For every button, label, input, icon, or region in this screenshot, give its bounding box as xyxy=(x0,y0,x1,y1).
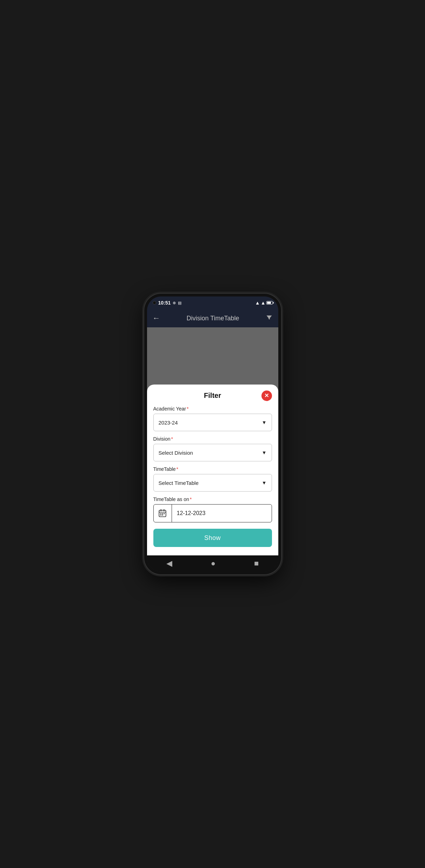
date-value: 12-12-2023 xyxy=(172,510,272,516)
academic-year-value: 2023-24 xyxy=(159,420,178,426)
timetable-group: TimeTable* Select TimeTable ▼ xyxy=(153,466,272,492)
required-star-timetable: * xyxy=(177,466,178,472)
status-left: 10:51 ⊕ ▤ xyxy=(153,300,182,306)
close-button[interactable]: ✕ xyxy=(261,390,272,401)
timetable-dropdown[interactable]: Select TimeTable ▼ xyxy=(153,474,272,492)
nav-recent-button[interactable]: ■ xyxy=(254,559,259,568)
nav-back-button[interactable]: ◀ xyxy=(166,559,172,568)
status-bar: 10:51 ⊕ ▤ ▲ ▲ xyxy=(147,296,278,309)
wifi-icon: ▲ xyxy=(255,300,260,306)
back-button[interactable]: ← xyxy=(153,314,160,323)
required-star-ason: * xyxy=(190,496,192,502)
main-content: Filter ✕ Academic Year* 2023-24 ▼ xyxy=(147,327,278,555)
signal-icon: ▲ xyxy=(261,300,266,306)
show-button[interactable]: Show xyxy=(153,529,272,547)
filter-icon[interactable] xyxy=(266,314,273,323)
required-star-division: * xyxy=(171,436,173,442)
academic-year-dropdown[interactable]: 2023-24 ▼ xyxy=(153,414,272,431)
svg-rect-5 xyxy=(162,513,163,514)
calendar-icon xyxy=(154,505,172,522)
nav-bar: ◀ ● ■ xyxy=(147,555,278,572)
app-bar: ← Division TimeTable xyxy=(147,309,278,327)
filter-modal: Filter ✕ Academic Year* 2023-24 ▼ xyxy=(147,385,278,555)
status-time: 10:51 xyxy=(158,300,171,306)
chevron-down-icon-division: ▼ xyxy=(262,450,267,455)
academic-year-label: Academic Year* xyxy=(153,406,272,412)
timetable-ason-group: TimeTable as on* xyxy=(153,496,272,522)
date-field[interactable]: 12-12-2023 xyxy=(153,504,272,522)
svg-rect-6 xyxy=(164,513,165,514)
page-title: Division TimeTable xyxy=(186,315,239,322)
svg-rect-4 xyxy=(160,513,161,514)
division-group: Division* Select Division ▼ xyxy=(153,436,272,461)
division-placeholder: Select Division xyxy=(159,450,193,456)
chevron-down-icon: ▼ xyxy=(262,420,267,425)
status-icons: ▲ ▲ xyxy=(255,300,273,306)
required-star: * xyxy=(187,406,188,412)
nav-home-button[interactable]: ● xyxy=(211,559,215,568)
phone-frame: 10:51 ⊕ ▤ ▲ ▲ ← Division TimeTable xyxy=(144,294,281,574)
modal-title: Filter xyxy=(204,392,221,400)
timetable-ason-label: TimeTable as on* xyxy=(153,496,272,502)
sim-icon: ▤ xyxy=(178,301,181,305)
academic-year-group: Academic Year* 2023-24 ▼ xyxy=(153,406,272,431)
division-label: Division* xyxy=(153,436,272,442)
division-dropdown[interactable]: Select Division ▼ xyxy=(153,444,272,461)
sheet-header: Filter ✕ xyxy=(153,392,272,400)
chevron-down-icon-timetable: ▼ xyxy=(262,480,267,486)
svg-rect-8 xyxy=(162,515,163,515)
battery-icon xyxy=(266,301,273,305)
camera-dot xyxy=(153,301,156,305)
timetable-label: TimeTable* xyxy=(153,466,272,472)
timetable-placeholder: Select TimeTable xyxy=(159,480,199,486)
notification-icon: ⊕ xyxy=(173,301,176,305)
svg-rect-7 xyxy=(160,515,161,515)
phone-inner: 10:51 ⊕ ▤ ▲ ▲ ← Division TimeTable xyxy=(147,296,278,572)
